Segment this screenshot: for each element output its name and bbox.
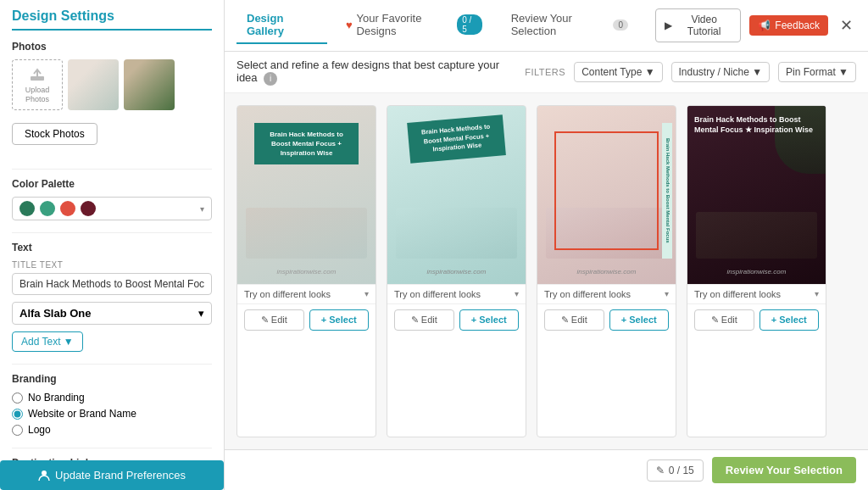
instruction-text: Select and refine a few designs that bes… bbox=[236, 58, 516, 86]
feedback-button[interactable]: 📢 Feedback bbox=[749, 15, 828, 36]
design-card-1: Brain Hack Methods to Boost Mental Focus… bbox=[236, 105, 376, 438]
select-button-4[interactable]: + Select bbox=[760, 309, 820, 331]
select-button-2[interactable]: + Select bbox=[459, 309, 520, 331]
try-looks-row-3[interactable]: Try on different looks ▾ bbox=[537, 284, 676, 303]
feedback-icon: 📢 bbox=[758, 19, 771, 31]
tab-gallery[interactable]: Design Gallery bbox=[236, 7, 327, 44]
action-row-4: ✎ Edit + Select bbox=[687, 303, 826, 336]
no-branding-label: No Branding bbox=[28, 392, 85, 404]
design-1-overlay-text: Brain Hack Methods to Boost Mental Focus… bbox=[254, 123, 359, 165]
try-looks-chevron-1: ▾ bbox=[364, 289, 369, 298]
bottom-bar: ✎ 0 / 15 Review Your Selection bbox=[225, 449, 868, 490]
branding-label: Branding bbox=[12, 373, 212, 385]
add-text-button[interactable]: Add Text ▼ bbox=[12, 331, 83, 352]
info-icon: i bbox=[264, 72, 277, 86]
color-palette-section: Color Palette ▾ bbox=[12, 178, 212, 220]
tab-gallery-label: Design Gallery bbox=[247, 12, 317, 37]
try-looks-row-1[interactable]: Try on different looks ▾ bbox=[237, 284, 376, 303]
no-branding-row: No Branding bbox=[12, 392, 212, 404]
try-looks-chevron-3: ▾ bbox=[665, 289, 669, 298]
close-button[interactable]: ✕ bbox=[837, 16, 856, 35]
photo-thumb-1[interactable] bbox=[68, 59, 119, 110]
video-tutorial-button[interactable]: ▶ Video Tutorial bbox=[655, 8, 741, 42]
select-button-1[interactable]: + Select bbox=[309, 309, 370, 331]
design-2-domain: inspirationwise.com bbox=[387, 268, 526, 276]
content-type-filter[interactable]: Content Type ▼ bbox=[574, 62, 662, 82]
design-preview-2: Brain Hack Methods to Boost Mental Focus… bbox=[387, 106, 526, 284]
photo-thumb-2[interactable] bbox=[124, 59, 175, 110]
color-dot-4 bbox=[81, 201, 96, 216]
palette-chevron-icon: ▾ bbox=[200, 204, 204, 214]
svg-point-2 bbox=[42, 471, 47, 476]
panel-title: Design Settings bbox=[12, 8, 212, 31]
update-brand-label: Update Brand Preferences bbox=[55, 469, 186, 482]
try-looks-label-4: Try on different looks bbox=[694, 289, 781, 299]
font-chevron-icon: ▾ bbox=[198, 307, 204, 320]
heart-icon: ♥ bbox=[346, 19, 353, 31]
website-branding-radio[interactable] bbox=[12, 409, 23, 420]
try-looks-chevron-4: ▾ bbox=[815, 289, 819, 298]
try-looks-label-1: Try on different looks bbox=[244, 289, 331, 299]
design-1-domain: inspirationwise.com bbox=[237, 268, 376, 276]
color-palette-row[interactable]: ▾ bbox=[12, 197, 212, 220]
design-3-domain: inspirationwise.com bbox=[537, 268, 676, 276]
review-badge: 0 bbox=[613, 19, 628, 31]
filters-label: FILTERS bbox=[525, 67, 565, 77]
select-button-3[interactable]: + Select bbox=[609, 309, 670, 331]
add-text-label: Add Text ▼ bbox=[21, 336, 74, 348]
video-tutorial-label: Video Tutorial bbox=[676, 14, 732, 37]
logo-branding-radio[interactable] bbox=[12, 425, 23, 436]
user-icon bbox=[38, 470, 50, 482]
right-panel: Design Gallery ♥ Your Favorite Designs 0… bbox=[225, 0, 868, 490]
edit-button-4[interactable]: ✎ Edit bbox=[694, 309, 754, 331]
designs-row: Brain Hack Methods to Boost Mental Focus… bbox=[236, 105, 856, 438]
design-3-vertical-text: Brain Hack Methods to Boost Mental Focus bbox=[662, 123, 672, 259]
action-row-1: ✎ Edit + Select bbox=[237, 303, 376, 336]
try-looks-row-4[interactable]: Try on different looks ▾ bbox=[687, 284, 826, 303]
font-name: Alfa Slab One bbox=[19, 307, 92, 320]
photos-section: Photos Upload Photos Stock Photos bbox=[12, 41, 212, 157]
title-text-input[interactable] bbox=[12, 273, 212, 295]
website-branding-row: Website or Brand Name bbox=[12, 408, 212, 420]
upload-photo-box[interactable]: Upload Photos bbox=[12, 59, 63, 110]
text-label: Text bbox=[12, 242, 212, 253]
design-4-domain: inspirationwise.com bbox=[687, 268, 826, 276]
design-card-4: Brain Hack Methods to Boost Mental Focus… bbox=[687, 105, 826, 438]
try-looks-label-2: Try on different looks bbox=[394, 289, 481, 299]
no-branding-radio[interactable] bbox=[12, 393, 23, 404]
edit-button-2[interactable]: ✎ Edit bbox=[394, 309, 454, 331]
tab-favorites-label: Your Favorite Designs bbox=[357, 12, 453, 37]
try-looks-chevron-2: ▾ bbox=[515, 289, 519, 298]
color-dot-3 bbox=[60, 201, 75, 216]
upload-label: Upload Photos bbox=[13, 86, 62, 104]
tab-review[interactable]: Review Your Selection 0 bbox=[501, 7, 638, 44]
selection-count-label: 0 / 15 bbox=[669, 465, 694, 476]
feedback-label: Feedback bbox=[775, 19, 820, 31]
try-looks-row-2[interactable]: Try on different looks ▾ bbox=[387, 284, 526, 303]
pencil-icon: ✎ bbox=[656, 465, 665, 476]
pin-format-label: Pin Format ▼ bbox=[786, 66, 849, 78]
content-type-label: Content Type ▼ bbox=[581, 66, 654, 78]
edit-button-1[interactable]: ✎ Edit bbox=[244, 309, 304, 331]
design-4-overlay-text: Brain Hack Methods to Boost Mental Focus… bbox=[694, 114, 819, 136]
industry-niche-filter[interactable]: Industry / Niche ▼ bbox=[671, 62, 771, 82]
filter-bar: Select and refine a few designs that bes… bbox=[225, 52, 868, 93]
design-preview-4: Brain Hack Methods to Boost Mental Focus… bbox=[687, 106, 826, 284]
design-3-red-outline bbox=[554, 131, 659, 250]
action-row-2: ✎ Edit + Select bbox=[387, 303, 526, 336]
design-preview-1: Brain Hack Methods to Boost Mental Focus… bbox=[237, 106, 376, 284]
edit-button-3[interactable]: ✎ Edit bbox=[544, 309, 604, 331]
stock-photos-button[interactable]: Stock Photos bbox=[12, 123, 97, 145]
tab-favorites[interactable]: ♥ Your Favorite Designs 0 / 5 bbox=[336, 7, 492, 44]
video-icon: ▶ bbox=[665, 19, 672, 31]
color-dot-1 bbox=[19, 201, 35, 216]
upload-icon bbox=[29, 66, 46, 83]
review-selection-button[interactable]: Review Your Selection bbox=[712, 457, 856, 483]
pin-format-filter[interactable]: Pin Format ▼ bbox=[778, 62, 856, 82]
font-select-row[interactable]: Alfa Slab One ▾ bbox=[12, 302, 212, 325]
tab-review-label: Review Your Selection bbox=[511, 12, 609, 37]
logo-branding-label: Logo bbox=[28, 424, 51, 436]
design-preview-3: Brain Hack Methods to Boost Mental Focus… bbox=[537, 106, 676, 284]
logo-branding-row: Logo bbox=[12, 424, 212, 436]
update-brand-button[interactable]: Update Brand Preferences bbox=[0, 460, 224, 490]
